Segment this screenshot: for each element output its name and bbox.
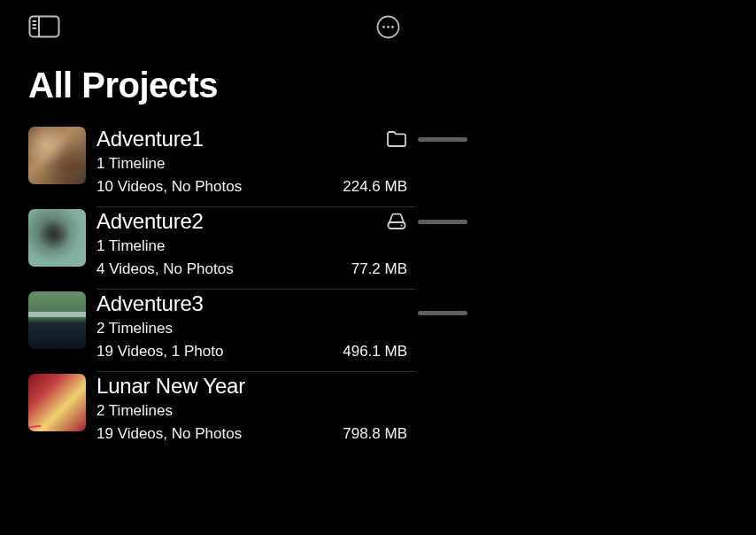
- project-thumbnail: [28, 209, 86, 267]
- project-size: 496.1 MB: [343, 343, 407, 361]
- project-media: 19 Videos, No Photos: [96, 425, 242, 443]
- svg-point-8: [391, 26, 394, 28]
- ellipsis-circle-icon: [376, 15, 400, 42]
- project-timelines: 2 Timelines: [96, 320, 416, 337]
- project-row[interactable]: Adventure2 1 Timeline 4 Videos, No Photo…: [0, 207, 416, 290]
- project-size: 77.2 MB: [351, 260, 407, 278]
- svg-point-7: [387, 26, 390, 28]
- svg-rect-9: [389, 222, 405, 229]
- project-timelines: 1 Timeline: [96, 155, 416, 173]
- sidebar-icon: [28, 15, 60, 41]
- project-row[interactable]: Adventure3 2 Timelines 19 Videos, 1 Phot…: [0, 290, 416, 372]
- scroll-indicator[interactable]: [418, 311, 467, 315]
- project-media: 10 Videos, No Photos: [96, 178, 242, 196]
- external-drive-icon: [386, 213, 416, 230]
- svg-point-10: [401, 225, 403, 227]
- project-row[interactable]: Lunar New Year 2 Timelines 19 Videos, No…: [0, 372, 416, 454]
- project-thumbnail: [28, 127, 86, 184]
- project-row[interactable]: Adventure1 1 Timeline 10 Videos, No Phot…: [0, 125, 416, 207]
- project-size: 798.8 MB: [343, 425, 407, 443]
- scroll-indicator[interactable]: [418, 137, 467, 142]
- project-media: 19 Videos, 1 Photo: [96, 343, 223, 361]
- project-size: 224.6 MB: [343, 178, 407, 196]
- page-title: All Projects: [0, 57, 416, 125]
- project-list: Adventure1 1 Timeline 10 Videos, No Phot…: [0, 125, 416, 454]
- project-name: Adventure1: [96, 127, 204, 151]
- project-media: 4 Videos, No Photos: [96, 260, 234, 278]
- svg-rect-0: [30, 17, 59, 37]
- svg-point-6: [382, 26, 385, 28]
- project-thumbnail: [28, 291, 86, 349]
- project-name: Adventure3: [96, 291, 204, 316]
- sidebar-toggle-button[interactable]: [28, 15, 60, 41]
- toolbar: [0, 0, 416, 57]
- folder-icon: [386, 130, 416, 148]
- project-timelines: 1 Timeline: [96, 237, 416, 255]
- more-options-button[interactable]: [376, 15, 400, 42]
- project-thumbnail: [28, 374, 86, 431]
- scroll-indicator[interactable]: [418, 220, 467, 224]
- project-name: Adventure2: [96, 209, 204, 234]
- project-name: Lunar New Year: [96, 374, 245, 399]
- project-timelines: 2 Timelines: [96, 402, 416, 420]
